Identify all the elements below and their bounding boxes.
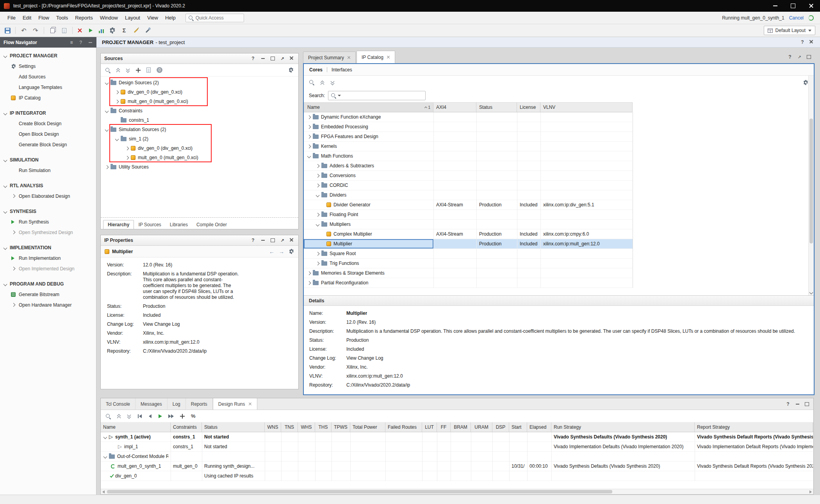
section-header-rtl-analysis[interactable]: RTL ANALYSIS <box>0 181 96 191</box>
chevron-down-icon[interactable] <box>316 222 320 226</box>
sidebar-item-open-hardware-manager[interactable]: Open Hardware Manager <box>0 300 96 310</box>
sidebar-item-run-simulation[interactable]: Run Simulation <box>0 165 96 176</box>
tab-libraries[interactable]: Libraries <box>166 220 192 229</box>
run-button[interactable] <box>89 28 93 32</box>
catalog-category-row[interactable]: Conversions <box>304 171 633 181</box>
quick-access-search[interactable] <box>185 14 244 22</box>
search-icon[interactable] <box>105 67 111 73</box>
chevron-down-icon[interactable] <box>4 184 7 188</box>
sidebar-item-open-block-design[interactable]: Open Block Design <box>0 129 96 139</box>
sidebar-item-generate-block-design[interactable]: Generate Block Design <box>0 139 96 150</box>
column-header[interactable]: LUT <box>422 422 437 432</box>
column-header[interactable]: TNS <box>281 422 298 432</box>
change-log-link[interactable]: View Change Log <box>143 321 180 327</box>
column-header-status[interactable]: Status <box>476 103 517 112</box>
scrollbar-thumb[interactable] <box>809 119 813 243</box>
analysis-button[interactable] <box>99 28 104 33</box>
catalog-category-row[interactable]: Square Root <box>304 249 633 259</box>
column-header[interactable]: Total Power <box>350 422 385 432</box>
column-header[interactable]: Status <box>202 422 265 432</box>
chevron-right-icon[interactable] <box>12 303 16 307</box>
float-panel-icon[interactable] <box>797 54 802 60</box>
tab-ip-catalog[interactable]: IP Catalog <box>357 51 395 63</box>
add-sources-icon[interactable] <box>136 68 141 73</box>
design-run-row-mult-gen-0-synth-1[interactable]: mult_gen_0_synth_1 mult_gen_0 Running sy… <box>101 461 813 471</box>
chevron-down-icon[interactable] <box>105 128 109 131</box>
settings-gear-icon[interactable] <box>289 248 294 254</box>
collapse-all-icon[interactable] <box>116 67 120 73</box>
sidebar-item-run-implementation[interactable]: Run Implementation <box>0 253 96 263</box>
chevron-right-icon[interactable] <box>307 125 311 129</box>
minimize-window-button[interactable] <box>766 0 784 12</box>
chevron-right-icon[interactable] <box>307 135 311 138</box>
tab-design-runs[interactable]: Design Runs <box>213 398 257 410</box>
column-header-axi4[interactable]: AXI4 <box>433 103 476 112</box>
scroll-left-arrow[interactable] <box>101 489 106 495</box>
column-header[interactable]: Constraints <box>171 422 202 432</box>
tree-item-constrs-1[interactable]: constrs_1 <box>101 115 298 125</box>
sidebar-item-generate-bitstream[interactable]: Generate Bitstream <box>0 289 96 300</box>
chevron-down-icon[interactable] <box>4 282 7 286</box>
maximize-panel-icon[interactable] <box>806 54 811 60</box>
section-header-simulation[interactable]: SIMULATION <box>0 155 96 165</box>
status-link[interactable]: Production <box>346 337 369 343</box>
design-run-row-div-gen-0[interactable]: div_gen_0 Using cached IP results <box>101 471 813 481</box>
edit-pencil-icon[interactable] <box>134 28 138 32</box>
abort-run-button[interactable] <box>77 28 82 33</box>
catalog-category-row[interactable]: Partial Reconfiguration <box>304 278 633 288</box>
scroll-down-arrow[interactable] <box>809 291 813 295</box>
collapse-sidebar-icon[interactable] <box>87 40 93 45</box>
copy-icon[interactable] <box>50 28 55 33</box>
layout-selector[interactable]: Default Layout <box>764 26 815 35</box>
column-header[interactable]: Run Strategy <box>551 422 695 432</box>
create-runs-icon[interactable] <box>180 414 185 419</box>
sidebar-item-settings[interactable]: Settings <box>0 61 96 71</box>
tree-item-mult-gen-0[interactable]: mult_gen_0 (mult_gen_0.xci) <box>101 97 298 106</box>
help-icon[interactable] <box>78 40 84 45</box>
float-panel-icon[interactable] <box>280 56 285 61</box>
chevron-down-icon[interactable] <box>103 435 107 439</box>
chevron-down-icon[interactable] <box>4 111 7 115</box>
step-back-icon[interactable] <box>148 414 152 419</box>
catalog-category-row[interactable]: Embedded Processing <box>304 122 633 132</box>
tab-project-summary[interactable]: Project Summary <box>303 51 356 63</box>
help-icon[interactable] <box>250 238 256 243</box>
menu-tools[interactable]: Tools <box>53 15 71 21</box>
menu-reports[interactable]: Reports <box>71 15 96 21</box>
column-header[interactable]: Failed Routes <box>385 422 422 432</box>
status-link[interactable]: Production <box>143 303 165 309</box>
close-window-button[interactable] <box>802 0 820 12</box>
menu-flow[interactable]: Flow <box>35 15 52 21</box>
column-header[interactable]: DSP <box>492 422 509 432</box>
search-icon[interactable] <box>105 413 111 419</box>
menu-help[interactable]: Help <box>162 15 179 21</box>
tree-item-simulation-sources[interactable]: Simulation Sources (2) <box>101 125 298 134</box>
quick-access-input[interactable] <box>196 15 241 21</box>
back-arrow-icon[interactable] <box>269 249 275 254</box>
launch-runs-icon[interactable] <box>159 414 162 418</box>
save-button[interactable] <box>5 28 11 34</box>
section-header-implementation[interactable]: IMPLEMENTATION <box>0 243 96 253</box>
column-header-vlnv[interactable]: VLNV <box>540 103 633 112</box>
probe-tool-icon[interactable] <box>145 28 150 32</box>
menu-layout[interactable]: Layout <box>121 15 144 21</box>
sum-button[interactable] <box>121 27 128 34</box>
column-header[interactable]: THS <box>315 422 332 432</box>
maximize-panel-icon[interactable] <box>270 56 275 61</box>
chevron-down-icon[interactable] <box>115 137 119 141</box>
sidebar-item-language-templates[interactable]: Language Templates <box>0 82 96 92</box>
chevron-right-icon[interactable] <box>316 261 320 265</box>
sidebar-item-open-synthesized-design[interactable]: Open Synthesized Design <box>0 227 96 238</box>
tab-reports[interactable]: Reports <box>186 398 213 410</box>
help-icon[interactable] <box>250 56 256 61</box>
catalog-category-row-multipliers[interactable]: Multipliers <box>304 220 633 229</box>
report-icon[interactable] <box>62 28 66 33</box>
design-run-group-out-of-context[interactable]: Out-of-Context Module Runs <box>101 452 813 461</box>
scrollbar-track[interactable] <box>106 489 808 494</box>
chevron-right-icon[interactable] <box>115 90 119 94</box>
column-header[interactable]: Elapsed <box>527 422 551 432</box>
close-tab-icon[interactable] <box>248 402 252 406</box>
sort-indicator[interactable]: 1 <box>425 105 430 110</box>
chevron-right-icon[interactable] <box>307 271 311 275</box>
catalog-category-row[interactable]: FPGA Features and Design <box>304 132 633 142</box>
